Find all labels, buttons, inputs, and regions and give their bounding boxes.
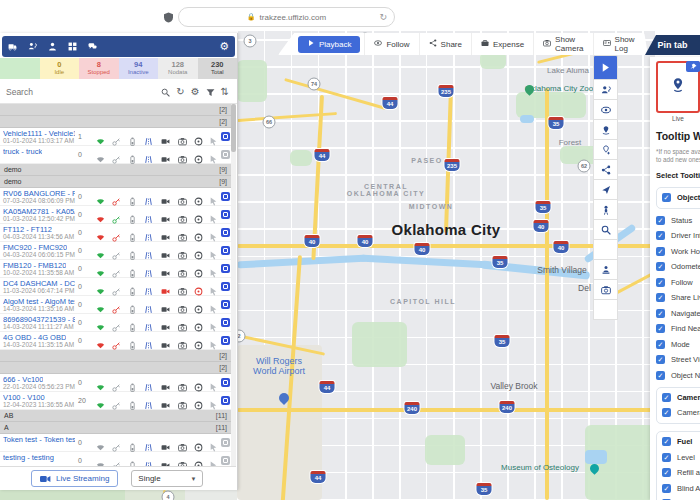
video-icon[interactable]: [161, 456, 171, 466]
live-streaming-button[interactable]: Live Streaming: [31, 470, 118, 487]
widget-option-object-nam[interactable]: ✓ Object Nam: [656, 371, 700, 380]
wifi-icon[interactable]: [96, 150, 106, 160]
status-chip-inactive[interactable]: 94Inactive: [119, 58, 159, 79]
battery-icon[interactable]: [128, 300, 138, 310]
wifi-icon[interactable]: [96, 264, 106, 274]
disc-icon[interactable]: [194, 192, 204, 202]
wifi-icon[interactable]: [96, 282, 106, 292]
status-badge[interactable]: [221, 300, 230, 309]
wifi-icon[interactable]: [96, 378, 106, 388]
vehicle-row[interactable]: FMC920 - FMC920 04-03-2024 06:06:15 PM 0: [0, 242, 231, 260]
camera-icon[interactable]: [178, 318, 188, 328]
video-icon[interactable]: [161, 246, 171, 256]
map-tool-camera-icon[interactable]: [593, 280, 618, 300]
wifi-icon[interactable]: [96, 300, 106, 310]
road-icon[interactable]: [144, 318, 154, 328]
map-tool-location-signal-icon[interactable]: [593, 120, 618, 140]
vehicle-row[interactable]: FT112 - FT112 04-03-2024 11:34:56 AM 0: [0, 224, 231, 242]
checkbox-checked-icon[interactable]: ✓: [662, 437, 671, 446]
vehicle-icon[interactable]: [8, 42, 17, 51]
group-header[interactable]: AB[11]: [0, 410, 231, 422]
road-icon[interactable]: [144, 132, 154, 142]
disc-icon[interactable]: [194, 210, 204, 220]
camera-icon[interactable]: [178, 282, 188, 292]
road-icon[interactable]: [144, 378, 154, 388]
checkbox-checked-icon[interactable]: ✓: [656, 247, 665, 256]
map-tool-expense-icon[interactable]: [593, 240, 618, 260]
camera-icon[interactable]: [178, 246, 188, 256]
group-header[interactable]: [2]: [0, 362, 231, 374]
widget-option-blind-area[interactable]: ✓ Blind Area: [662, 484, 700, 493]
widget-option-camera-ac[interactable]: ✓ Camera Ac: [662, 408, 700, 417]
address-bar[interactable]: 🔒 trakzee.uffizio.com ↻: [178, 7, 395, 27]
wifi-icon[interactable]: [96, 210, 106, 220]
cursor-icon[interactable]: [209, 192, 219, 202]
cursor-icon[interactable]: [209, 264, 219, 274]
video-icon[interactable]: [161, 264, 171, 274]
checkbox-checked-icon[interactable]: ✓: [656, 355, 665, 364]
grid-icon[interactable]: [68, 42, 77, 51]
key-icon[interactable]: [112, 396, 122, 406]
wifi-icon[interactable]: [96, 336, 106, 346]
video-icon[interactable]: [161, 300, 171, 310]
sidebar-scrollbar[interactable]: [231, 104, 236, 466]
wifi-icon[interactable]: [96, 132, 106, 142]
video-icon[interactable]: [161, 192, 171, 202]
widget-option-status[interactable]: ✓ Status: [656, 216, 700, 225]
video-icon[interactable]: [161, 132, 171, 142]
sort-icon[interactable]: ⇅: [221, 87, 229, 97]
chat-icon[interactable]: [88, 42, 97, 51]
disc-icon[interactable]: [194, 132, 204, 142]
road-icon[interactable]: [144, 192, 154, 202]
key-icon[interactable]: [112, 150, 122, 160]
cursor-icon[interactable]: [209, 282, 219, 292]
wifi-icon[interactable]: [96, 438, 106, 448]
checkbox-checked-icon[interactable]: ✓: [656, 340, 665, 349]
disc-icon[interactable]: [194, 456, 204, 466]
status-chip-stopped[interactable]: 8Stopped: [79, 58, 119, 79]
camera-icon[interactable]: [178, 378, 188, 388]
widget-section-header[interactable]: ✓Fuel: [662, 437, 700, 446]
vehicle-row[interactable]: FMB120 - FMB120 10-02-2024 11:35:58 AM 0: [0, 260, 231, 278]
checkbox-checked-icon[interactable]: ✓: [656, 262, 665, 271]
group-header[interactable]: A[11]: [0, 422, 231, 434]
video-icon[interactable]: [161, 282, 171, 292]
wifi-icon[interactable]: [96, 456, 106, 466]
widget-option-navigate[interactable]: ✓ Navigate: [656, 309, 700, 318]
status-chip-running[interactable]: [0, 58, 40, 79]
vehicle-row[interactable]: 4G OBD - 4G OBD 14-03-2024 11:35:15 AM 0: [0, 332, 231, 350]
camera-icon[interactable]: [178, 264, 188, 274]
cursor-icon[interactable]: [209, 438, 219, 448]
map-tool-find-nearest-icon[interactable]: [593, 220, 618, 240]
map-tool-share-icon[interactable]: [593, 160, 618, 180]
map-tool-log-card-icon[interactable]: [593, 300, 618, 320]
map-tool-play-icon[interactable]: [593, 55, 618, 80]
video-icon[interactable]: [161, 210, 171, 220]
key-icon[interactable]: [112, 282, 122, 292]
status-badge[interactable]: [221, 336, 230, 345]
toolbar-tab-expense[interactable]: Expense: [471, 33, 533, 55]
cursor-icon[interactable]: [209, 246, 219, 256]
video-icon[interactable]: [161, 336, 171, 346]
cursor-icon[interactable]: [209, 336, 219, 346]
status-badge[interactable]: [221, 318, 230, 327]
key-icon[interactable]: [112, 132, 122, 142]
toolbar-tab-show-camera[interactable]: Show Camera: [533, 33, 592, 55]
disc-icon[interactable]: [194, 378, 204, 388]
road-icon[interactable]: [144, 336, 154, 346]
camera-icon[interactable]: [178, 396, 188, 406]
widget-option-follow[interactable]: ✓ Follow: [656, 278, 700, 287]
camera-icon[interactable]: [178, 192, 188, 202]
key-icon[interactable]: [112, 336, 122, 346]
checkbox-checked-icon[interactable]: ✓: [662, 393, 671, 402]
sidebar-scrollbar-thumb[interactable]: [231, 104, 236, 152]
disc-icon[interactable]: [194, 264, 204, 274]
shield-icon[interactable]: [164, 9, 173, 27]
cursor-icon[interactable]: [209, 318, 219, 328]
search-input[interactable]: [4, 86, 148, 98]
mode-select[interactable]: Single▼: [131, 470, 203, 487]
widget-option-find-neare[interactable]: ✓ Find Neare: [656, 324, 700, 333]
vehicle-name[interactable]: Token test - Token test: [3, 435, 75, 444]
status-badge[interactable]: [221, 150, 230, 159]
widget-option-refill-and-d[interactable]: ✓ Refill and D: [662, 468, 700, 477]
